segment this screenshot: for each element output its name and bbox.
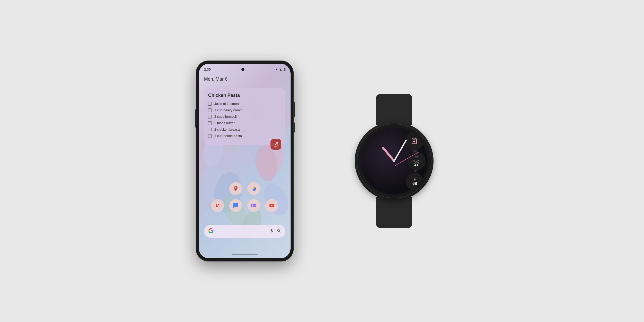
battery-icon: ▐: [283, 68, 285, 71]
minute-hand: [394, 139, 407, 161]
complication-heart-rate[interactable]: ♥ 68: [406, 173, 423, 190]
recipe-item-3: 2 cups broccoli: [208, 115, 281, 118]
recipe-item-6: 1 cup penne pasta: [208, 134, 281, 138]
wifi-icon: ▼: [275, 68, 278, 71]
svg-line-11: [275, 142, 278, 145]
search-bar[interactable]: [204, 225, 285, 238]
recipe-item-text-5: 2 chicken breasts: [214, 128, 240, 131]
recipe-item-text-3: 2 cups broccoli: [214, 115, 237, 118]
checkbox-1[interactable]: [208, 102, 212, 106]
checkbox-3[interactable]: [208, 115, 212, 118]
calendar-icon: [414, 156, 419, 159]
recipe-item-2: 1 cup heavy cream: [208, 108, 281, 112]
phone-device: 2:30 ▼ ▲ ▐ Mon, Mar 6 Chicken Pasta Juic…: [196, 61, 294, 261]
youtube-icon[interactable]: [265, 199, 278, 212]
svg-rect-13: [413, 138, 416, 139]
hour-hand: [382, 147, 395, 162]
recipe-item-5: 2 chicken breasts: [208, 128, 281, 131]
recipe-item-4: 2 tbsps butter: [208, 121, 281, 125]
assistant-button[interactable]: [294, 122, 295, 133]
status-time: 2:30: [204, 67, 211, 71]
clock-center-dot: [393, 160, 395, 162]
google-g: [208, 228, 214, 235]
clipboard-add-icon: [411, 138, 418, 144]
checkbox-6[interactable]: [208, 134, 212, 138]
home-indicator: [232, 254, 258, 255]
app-icons: M: [199, 182, 291, 212]
recipe-edit-button[interactable]: [270, 139, 281, 150]
watch-band-top: [376, 94, 412, 125]
recipe-item-1: Juice of 1 lemon: [208, 102, 281, 106]
complication-calendar[interactable]: MON 27: [408, 152, 426, 170]
recipe-item-text-6: 1 cup penne pasta: [214, 134, 242, 138]
complication-clipboard[interactable]: [405, 132, 423, 150]
games-icon[interactable]: [247, 199, 260, 212]
camera-cutout: [241, 68, 244, 71]
svg-rect-16: [415, 156, 418, 159]
checkbox-4[interactable]: [208, 121, 212, 125]
recipe-widget: Chicken Pasta Juice of 1 lemon 1 cup hea…: [204, 88, 285, 145]
watch-face: MON 27 ♥ 68: [361, 128, 428, 194]
messages-icon[interactable]: [229, 199, 242, 212]
checkbox-2[interactable]: [208, 108, 212, 112]
status-icons: ▼ ▲ ▐: [275, 67, 285, 71]
phone-screen: 2:30 ▼ ▲ ▐ Mon, Mar 6 Chicken Pasta Juic…: [199, 64, 291, 258]
phone-date: Mon, Mar 6: [204, 77, 227, 82]
heart-icon: ♥: [414, 177, 416, 181]
power-button[interactable]: [294, 102, 295, 117]
app-row-2: M: [211, 199, 278, 212]
recipe-item-text-1: Juice of 1 lemon: [214, 102, 239, 106]
checkbox-5[interactable]: [208, 128, 212, 131]
chrome-icon[interactable]: [247, 182, 260, 195]
app-row-1: [229, 182, 260, 195]
microphone-icon[interactable]: [269, 228, 274, 234]
watch-device: MON 27 ♥ 68: [340, 94, 448, 228]
calendar-day-label: MON: [413, 159, 420, 162]
recipe-item-text-4: 2 tbsps butter: [214, 121, 235, 125]
heart-rate-value: 68: [412, 181, 417, 186]
recipe-item-text-2: 1 cup heavy cream: [214, 108, 243, 112]
gmail-icon[interactable]: M: [211, 199, 224, 212]
maps-icon[interactable]: [229, 182, 242, 195]
status-bar: 2:30 ▼ ▲ ▐: [199, 64, 291, 73]
watch-band-bottom: [376, 197, 412, 228]
signal-icon: ▲: [279, 67, 282, 71]
lens-icon[interactable]: [277, 228, 281, 234]
volume-button[interactable]: [195, 109, 196, 128]
recipe-title: Chicken Pasta: [208, 93, 281, 98]
scene: 2:30 ▼ ▲ ▐ Mon, Mar 6 Chicken Pasta Juic…: [196, 61, 448, 261]
calendar-date-value: 27: [414, 162, 419, 167]
watch-case: MON 27 ♥ 68: [357, 124, 431, 198]
